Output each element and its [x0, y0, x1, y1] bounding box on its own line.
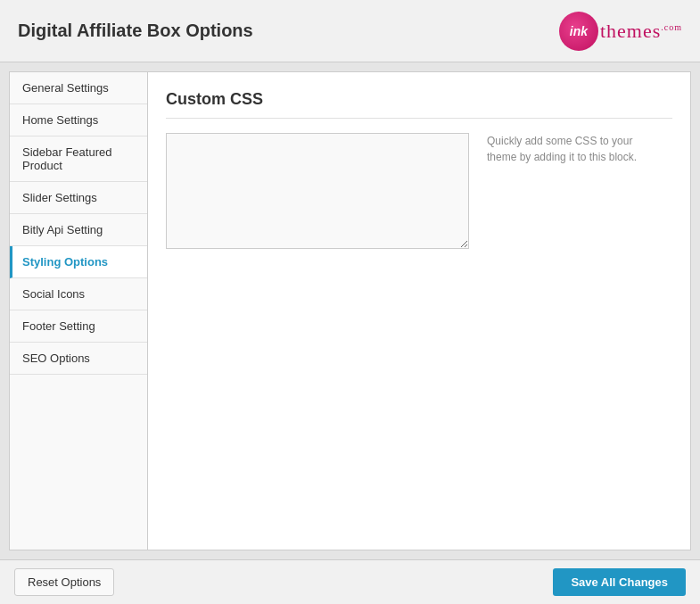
sidebar-item-social-icons[interactable]: Social Icons	[10, 278, 147, 310]
content-title: Custom CSS	[166, 90, 672, 119]
logo-icon: ink	[559, 12, 598, 51]
css-hint: Quickly add some CSS to your theme by ad…	[487, 133, 665, 165]
custom-css-textarea[interactable]	[166, 133, 469, 249]
sidebar-item-footer-setting[interactable]: Footer Setting	[10, 310, 147, 343]
logo-text: themes.com	[600, 20, 682, 43]
page-title: Digital Affiliate Box Options	[18, 21, 253, 41]
footer: Reset Options Save All Changes	[0, 559, 700, 604]
sidebar-item-bitly-api-setting[interactable]: Bitly Api Setting	[10, 214, 147, 246]
logo: ink themes.com	[559, 12, 682, 51]
css-row: Quickly add some CSS to your theme by ad…	[166, 133, 672, 249]
reset-button[interactable]: Reset Options	[14, 568, 114, 596]
sidebar-item-styling-options[interactable]: Styling Options	[10, 246, 147, 278]
header: Digital Affiliate Box Options ink themes…	[0, 0, 700, 62]
sidebar-item-seo-options[interactable]: SEO Options	[10, 343, 147, 375]
save-button[interactable]: Save All Changes	[553, 568, 686, 596]
content-area: Custom CSS Quickly add some CSS to your …	[147, 71, 691, 550]
sidebar: General SettingsHome SettingsSidebar Fea…	[9, 71, 147, 550]
sidebar-item-slider-settings[interactable]: Slider Settings	[10, 182, 147, 214]
sidebar-item-sidebar-featured-product[interactable]: Sidebar Featured Product	[10, 137, 147, 182]
main-container: General SettingsHome SettingsSidebar Fea…	[0, 62, 700, 559]
sidebar-item-general-settings[interactable]: General Settings	[10, 72, 147, 104]
sidebar-item-home-settings[interactable]: Home Settings	[10, 104, 147, 137]
